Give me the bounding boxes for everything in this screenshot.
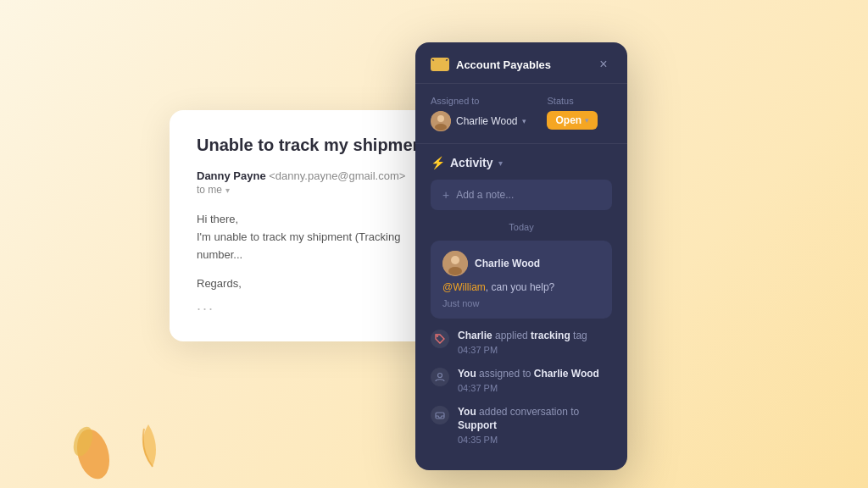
svg-point-10 [438, 373, 442, 377]
add-note-label: Add a note... [456, 189, 514, 201]
dropdown-arrow[interactable]: ▾ [225, 186, 230, 195]
sender-name: Danny Payne [197, 169, 266, 182]
activity-section: ⚡ Activity ▾ + Add a note... Today Charl [415, 144, 627, 319]
email-more-button[interactable]: ··· [197, 300, 448, 318]
email-content: I'm unable to track my shipment (Trackin… [197, 230, 400, 261]
activity-panel: Account Payables × Assigned to Charlie W… [415, 42, 627, 470]
log-tag-name: tracking [531, 330, 570, 341]
log-text-3: You added conversation to Support [458, 405, 612, 434]
today-label: Today [431, 222, 612, 232]
tag-icon [431, 330, 449, 348]
log-you-1: You [458, 368, 476, 380]
activity-emoji-icon: ⚡ [431, 156, 445, 169]
deco-leaf1 [68, 412, 119, 480]
status-label: Status [547, 96, 598, 106]
message-author-name: Charlie Wood [475, 258, 540, 269]
panel-meta: Assigned to Charlie Wood ▾ Status Open ▾ [415, 84, 627, 144]
tag-svg [435, 334, 445, 344]
assignee-selector[interactable]: Charlie Wood ▾ [431, 111, 526, 131]
user-icon [431, 368, 449, 386]
deco-leaf2 [131, 420, 174, 471]
svg-point-8 [448, 267, 462, 275]
svg-rect-2 [432, 59, 448, 70]
email-to: to me ▾ [197, 184, 448, 196]
svg-point-5 [435, 124, 447, 130]
activity-message-card: Charlie Wood @William, can you help? Jus… [431, 241, 612, 319]
to-label: to me [197, 184, 222, 196]
message-mention: @William [442, 281, 486, 293]
assignee-name: Charlie Wood [456, 115, 517, 127]
activity-chevron-icon: ▾ [498, 158, 503, 168]
assigned-group: Assigned to Charlie Wood ▾ [431, 96, 526, 131]
log-time-1: 04:37 PM [458, 345, 587, 355]
email-regards: Regards, [197, 277, 448, 290]
message-text: , can you help? [486, 281, 554, 293]
close-button[interactable]: × [595, 56, 612, 73]
email-from: Danny Payne <danny.payne@gmail.com> [197, 169, 448, 182]
msg-avatar-svg [442, 251, 468, 276]
assigned-label: Assigned to [431, 96, 526, 106]
panel-title-row: Account Payables [431, 58, 551, 71]
log-you-2: You [458, 406, 476, 418]
panel-header: Account Payables × [415, 42, 627, 84]
email-subject: Unable to track my shipment [197, 134, 448, 156]
log-actor-1: Charlie [458, 330, 492, 341]
log-assignee: Charlie Wood [534, 368, 599, 380]
sender-email: <danny.payne@gmail.com> [269, 169, 405, 182]
message-header: Charlie Wood [442, 251, 600, 276]
user-svg [435, 372, 445, 382]
log-text-2: You assigned to Charlie Wood [458, 367, 599, 381]
message-body: @William, can you help? [442, 281, 600, 293]
log-inbox-name: Support [458, 419, 497, 431]
assignee-chevron-icon: ▾ [522, 117, 526, 125]
message-time: Just now [442, 298, 600, 308]
activity-title: Activity [450, 156, 493, 169]
inbox-svg [435, 410, 445, 420]
panel-title: Account Payables [456, 58, 551, 71]
log-text-block-1: Charlie applied tracking tag 04:37 PM [458, 329, 587, 355]
status-chevron-icon: ▾ [585, 116, 589, 125]
log-time-3: 04:35 PM [458, 435, 612, 445]
email-greeting: Hi there, [197, 213, 238, 225]
log-item-assign: You assigned to Charlie Wood 04:37 PM [431, 367, 612, 393]
activity-log: Charlie applied tracking tag 04:37 PM Yo… [415, 329, 627, 470]
status-value: Open [555, 114, 581, 126]
log-item-conversation: You added conversation to Support 04:35 … [431, 405, 612, 446]
svg-point-7 [451, 256, 459, 264]
status-badge[interactable]: Open ▾ [547, 111, 598, 130]
inbox-icon [431, 406, 449, 424]
envelope-svg [432, 59, 448, 70]
activity-header: ⚡ Activity ▾ [431, 156, 612, 169]
svg-point-9 [437, 336, 438, 337]
email-body: Hi there, I'm unable to track my shipmen… [197, 211, 448, 263]
plus-icon: + [442, 188, 449, 202]
svg-point-4 [437, 115, 444, 122]
add-note-button[interactable]: + Add a note... [431, 180, 612, 210]
log-text-block-2: You assigned to Charlie Wood 04:37 PM [458, 367, 599, 393]
assignee-avatar [431, 111, 451, 131]
envelope-icon [431, 58, 449, 71]
log-time-2: 04:37 PM [458, 383, 599, 393]
avatar-svg [431, 111, 451, 131]
message-author-avatar [442, 251, 468, 276]
log-text-1: Charlie applied tracking tag [458, 329, 587, 343]
log-text-block-3: You added conversation to Support 04:35 … [458, 405, 612, 446]
log-item-tag: Charlie applied tracking tag 04:37 PM [431, 329, 612, 355]
status-group: Status Open ▾ [547, 96, 598, 131]
